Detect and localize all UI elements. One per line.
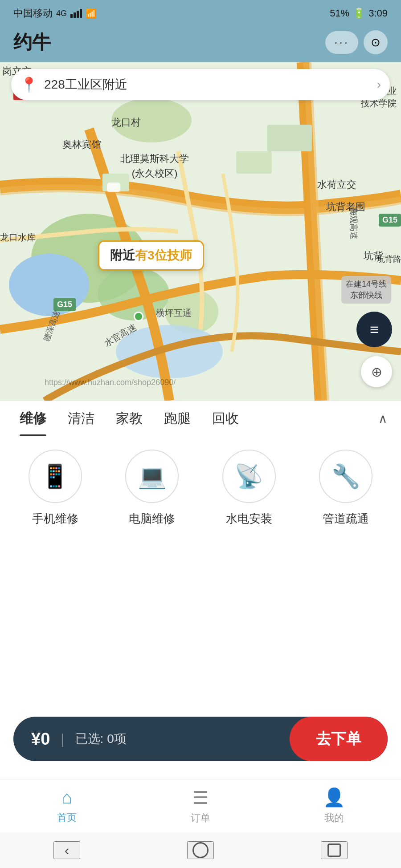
- battery-text: 51%: [330, 8, 349, 19]
- search-bar[interactable]: 📍 228工业区附近 ›: [11, 69, 390, 100]
- map-svg: [0, 62, 401, 401]
- phone-repair-label: 手机维修: [32, 511, 78, 527]
- service-water-electric[interactable]: 📡 水电安装: [211, 450, 287, 527]
- road-badge-g15-left: G15: [53, 298, 76, 311]
- water-electric-icon: 📡: [234, 463, 263, 490]
- service-phone-repair[interactable]: 📱 手机维修: [17, 450, 93, 527]
- map-label-road3: 梅观高速: [348, 207, 359, 239]
- in-construction-label: 在建14号线 东部快线: [341, 276, 391, 304]
- svg-point-5: [9, 254, 89, 316]
- map-location-button[interactable]: ⊕: [361, 356, 392, 387]
- status-left: 中国移动 4G 📶: [13, 7, 97, 20]
- computer-repair-label: 电脑维修: [129, 511, 175, 527]
- tab-clean[interactable]: 清洁: [57, 401, 105, 436]
- computer-repair-icon: 💻: [138, 463, 167, 490]
- nav-profile[interactable]: 👤 我的: [290, 787, 379, 825]
- sys-recent-button[interactable]: [321, 841, 348, 859]
- map-label-hengping: 横坪互通: [156, 307, 192, 319]
- location-pin-icon: 📍: [20, 76, 38, 93]
- map-label-kengbei-road: 坑背路: [377, 254, 401, 264]
- construction-text: 在建14号线 东部快线: [346, 280, 387, 300]
- home-label: 首页: [57, 811, 77, 824]
- map-label-longkou: 龙口村: [111, 116, 141, 129]
- map-label-hotel: 奥林宾馆: [62, 138, 102, 151]
- phone-repair-icon: 📱: [41, 463, 70, 490]
- status-bar: 中国移动 4G 📶 51% 🔋 3:09: [0, 0, 401, 27]
- nav-home[interactable]: ⌂ 首页: [22, 787, 111, 824]
- pipe-clean-icon: 🔧: [331, 463, 360, 490]
- map-label-shuihe: 水荷立交: [317, 178, 356, 191]
- recent-icon: [327, 844, 341, 857]
- map-label-kengbei: 坑背老围: [326, 200, 365, 214]
- orders-label: 订单: [191, 811, 210, 825]
- signal-4g: 4G: [56, 9, 67, 18]
- orders-icon: ☰: [192, 787, 209, 808]
- more-options-button[interactable]: ···: [325, 31, 358, 54]
- order-price: ¥0: [31, 730, 50, 749]
- order-count: 已选: 0项: [75, 730, 127, 747]
- computer-repair-icon-wrap: 💻: [125, 450, 179, 503]
- svg-rect-8: [236, 151, 272, 174]
- wifi-icon: 📶: [86, 8, 97, 19]
- app-title: 约牛: [13, 30, 51, 55]
- search-location-text: 228工业区附近: [44, 76, 377, 93]
- service-pipe-clean[interactable]: 🔧 管道疏通: [308, 450, 384, 527]
- camera-button[interactable]: ⊙: [364, 30, 388, 54]
- nav-orders[interactable]: ☰ 订单: [156, 787, 245, 825]
- location-icon: ⊕: [371, 364, 382, 380]
- profile-icon: 👤: [323, 787, 345, 808]
- battery-icon: 🔋: [353, 8, 365, 19]
- search-arrow-icon: ›: [377, 77, 381, 92]
- profile-label: 我的: [324, 811, 344, 825]
- home-circle-icon: [192, 842, 209, 858]
- phone-repair-icon-wrap: 📱: [29, 450, 82, 503]
- status-right: 51% 🔋 3:09: [330, 8, 388, 19]
- system-nav-bar: ‹: [0, 832, 401, 868]
- time-text: 3:09: [368, 8, 388, 19]
- order-info: ¥0 | 已选: 0项: [13, 730, 290, 749]
- tab-expand-button[interactable]: ∧: [374, 407, 392, 430]
- nearby-highlight: 有3位技师: [135, 248, 192, 262]
- order-divider: |: [61, 731, 64, 747]
- tab-tutor[interactable]: 家教: [105, 401, 153, 436]
- water-electric-label: 水电安装: [226, 511, 272, 527]
- category-tabs: 维修 清洁 家教 跑腿 回收 ∧: [0, 401, 401, 436]
- service-computer-repair[interactable]: 💻 电脑维修: [114, 450, 190, 527]
- home-icon: ⌂: [61, 787, 72, 807]
- bottom-nav: ⌂ 首页 ☰ 订单 👤 我的: [0, 779, 401, 832]
- signal-bars: [70, 9, 82, 18]
- nearby-bubble: 附近有3位技师: [98, 240, 204, 271]
- svg-rect-9: [267, 125, 312, 151]
- order-bar: ¥0 | 已选: 0项 去下单: [13, 717, 388, 761]
- pipe-clean-icon-wrap: 🔧: [319, 450, 372, 503]
- service-grid: 📱 手机维修 💻 电脑维修 📡 水电安装 🔧 管道疏通: [0, 436, 401, 540]
- nearby-text: 附近: [110, 248, 135, 262]
- map-list-button[interactable]: ≡: [356, 312, 392, 347]
- pipe-clean-label: 管道疏通: [323, 511, 369, 527]
- tab-errand[interactable]: 跑腿: [153, 401, 201, 436]
- map-watermark: https://www.huzhan.com/shop26090/: [45, 378, 176, 387]
- svg-rect-10: [107, 183, 120, 192]
- camera-icon: ⊙: [371, 36, 381, 49]
- sys-back-button[interactable]: ‹: [53, 841, 80, 859]
- checkout-button[interactable]: 去下单: [290, 717, 388, 761]
- map-label-longkou-res: 龙口水库: [0, 231, 36, 243]
- user-location-dot: [134, 312, 143, 321]
- tab-recycle[interactable]: 回收: [201, 401, 250, 436]
- tab-repair[interactable]: 维修: [9, 401, 57, 436]
- road-badge-g15-right: G15: [379, 214, 401, 227]
- map-label-university: 北理莫斯科大学(永久校区): [120, 151, 189, 181]
- carrier-text: 中国移动: [13, 7, 53, 20]
- sys-home-button[interactable]: [187, 841, 214, 859]
- water-electric-icon-wrap: 📡: [222, 450, 276, 503]
- app-header: 约牛 ··· ⊙: [0, 27, 401, 62]
- back-icon: ‹: [65, 842, 70, 859]
- list-icon: ≡: [370, 321, 379, 338]
- map-area: G0422 奥林宾馆 深圳信息职业技术学院 龙口村 北理莫斯科大学(永久校区) …: [0, 62, 401, 401]
- header-actions: ··· ⊙: [325, 30, 388, 54]
